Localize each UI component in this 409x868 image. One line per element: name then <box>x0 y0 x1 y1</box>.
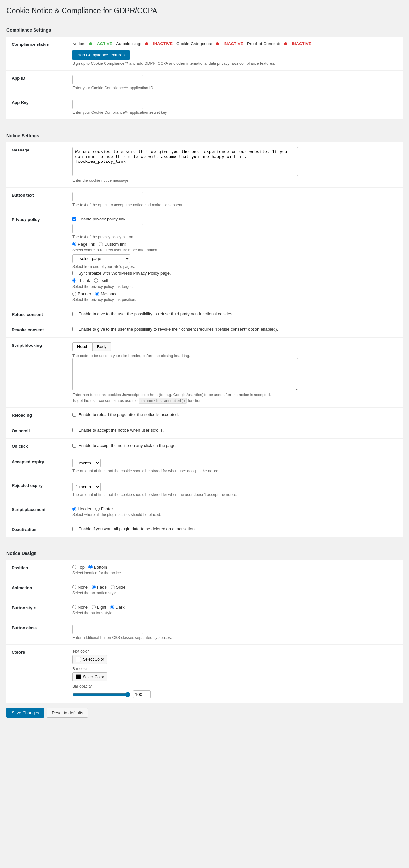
page-select[interactable]: -- select page -- Home About Privacy Pol… <box>72 254 130 263</box>
dot-red-cookie-categories <box>216 42 219 45</box>
reloading-cell: Enable to reload the page after the noti… <box>71 408 403 423</box>
bar-opacity-group: Bar opacity <box>72 684 399 699</box>
on-click-cell: Enable to accept the notice on any click… <box>71 439 403 454</box>
button-style-light-option[interactable]: Light <box>92 604 106 610</box>
target-blank-option[interactable]: _blank <box>72 278 90 283</box>
animation-slide-option[interactable]: Slide <box>111 585 125 590</box>
button-text-cell: Ok The text of the option to accept the … <box>71 188 403 212</box>
revoke-consent-checkbox-label[interactable]: Enable to give to the user the possibili… <box>72 327 399 332</box>
button-class-input[interactable] <box>72 625 143 634</box>
top-position-radio[interactable] <box>72 565 77 569</box>
text-color-group: Text color Select Color <box>72 649 399 664</box>
rejected-expiry-select[interactable]: 1 month 3 months 6 months 1 year Never <box>72 483 100 491</box>
button-class-cell: Enter additional button CSS classes sepa… <box>71 620 403 645</box>
on-scroll-checkbox-label[interactable]: Enable to accept the notice when user sc… <box>72 428 399 433</box>
button-style-dark-option[interactable]: Dark <box>110 604 124 610</box>
bar-opacity-number[interactable] <box>133 690 151 699</box>
tab-body-button[interactable]: Body <box>92 342 112 351</box>
target-self-radio[interactable] <box>94 278 98 283</box>
cookie-categories-value: INACTIVE <box>224 41 243 46</box>
reset-defaults-button[interactable]: Reset to defaults <box>47 708 88 718</box>
custom-link-option[interactable]: Custom link <box>99 242 126 247</box>
privacy-policy-cell: Enable privacy policy link. Privacy poli… <box>71 212 403 307</box>
privacy-policy-text-input[interactable]: Privacy policy <box>72 224 143 234</box>
bar-opacity-label: Bar opacity <box>72 684 399 688</box>
page-link-option[interactable]: Page link <box>72 242 95 247</box>
target-blank-radio[interactable] <box>72 278 77 283</box>
script-blocking-textarea[interactable] <box>72 358 298 390</box>
deactivation-checkbox-label[interactable]: Enable if you want all plugin data to be… <box>72 526 399 531</box>
target-blank-label: _blank <box>78 278 90 283</box>
on-click-label: On click <box>6 439 71 454</box>
script-blocking-cell: Head Body The code to be used in your si… <box>71 338 403 408</box>
app-key-input[interactable] <box>72 100 143 109</box>
target-self-option[interactable]: _self <box>94 278 108 283</box>
privacy-policy-text-group: Privacy policy The text of the privacy p… <box>72 224 399 239</box>
app-id-cell: Enter your Cookie Compliance™ applicatio… <box>71 70 403 95</box>
reloading-checkbox-label[interactable]: Enable to reload the page after the noti… <box>72 412 399 417</box>
script-note3-text: function. <box>188 398 203 403</box>
revoke-consent-checkbox[interactable] <box>72 327 77 331</box>
animation-fade-option[interactable]: Fade <box>92 585 107 590</box>
text-color-swatch <box>76 657 81 662</box>
on-click-checkbox-label[interactable]: Enable to accept the notice on any click… <box>72 443 399 448</box>
refuse-consent-checkbox-label[interactable]: Enable to give to the user the possibili… <box>72 311 399 316</box>
add-compliance-button[interactable]: Add Compliance features <box>72 50 130 60</box>
colors-cell: Text color Select Color Bar color Select… <box>71 645 403 703</box>
message-textarea[interactable]: We use cookies to ensure that we give yo… <box>72 147 298 176</box>
button-style-dark-radio[interactable] <box>110 605 114 609</box>
custom-link-radio[interactable] <box>99 242 103 246</box>
button-style-label: Button style <box>6 600 71 620</box>
animation-fade-radio[interactable] <box>92 585 96 589</box>
privacy-policy-enable-label[interactable]: Enable privacy policy link. <box>72 217 399 221</box>
button-style-none-radio[interactable] <box>72 605 77 609</box>
app-key-label: App Key <box>6 95 71 120</box>
script-note2: To get the user consent status use the c… <box>72 398 399 403</box>
on-scroll-checkbox[interactable] <box>72 428 77 432</box>
text-color-button[interactable]: Select Color <box>72 655 108 664</box>
target-description: Select the privacy policy link target. <box>72 284 399 289</box>
top-position-option[interactable]: Top <box>72 565 85 569</box>
button-style-none-option[interactable]: None <box>72 604 88 610</box>
privacy-policy-enable-checkbox[interactable] <box>72 217 77 221</box>
page-select-description: Select from one of your site's pages. <box>72 264 399 269</box>
bar-color-group: Bar color Select Color <box>72 666 399 681</box>
accepted-expiry-select[interactable]: 1 month 3 months 6 months 1 year Never <box>72 459 100 467</box>
app-key-row: App Key Enter your Cookie Compliance™ ap… <box>6 95 403 120</box>
app-id-input[interactable] <box>72 75 143 85</box>
header-placement-option[interactable]: Header <box>72 506 92 511</box>
position-message-option[interactable]: Message <box>95 291 118 296</box>
position-cell: Top Bottom Select location for the notic… <box>71 560 403 580</box>
save-changes-button[interactable]: Save Changes <box>6 708 44 718</box>
reloading-checkbox[interactable] <box>72 412 77 417</box>
animation-none-radio[interactable] <box>72 585 77 589</box>
position-description: Select the privacy policy link position. <box>72 298 399 302</box>
animation-slide-radio[interactable] <box>111 585 115 589</box>
position-banner-radio[interactable] <box>72 292 77 296</box>
refuse-consent-checkbox[interactable] <box>72 312 77 316</box>
sync-wp-checkbox[interactable] <box>72 271 77 275</box>
page-link-radio[interactable] <box>72 242 77 246</box>
button-style-light-radio[interactable] <box>92 605 96 609</box>
tab-head-button[interactable]: Head <box>72 342 92 351</box>
header-placement-radio[interactable] <box>72 507 77 511</box>
bottom-position-option[interactable]: Bottom <box>88 565 107 569</box>
position-message-radio[interactable] <box>95 292 99 296</box>
deactivation-checkbox[interactable] <box>72 527 77 531</box>
script-blocking-label: Script blocking <box>6 338 71 408</box>
on-click-checkbox[interactable] <box>72 443 77 448</box>
link-type-description: Select where to redirect user for more i… <box>72 248 399 252</box>
bar-opacity-slider[interactable] <box>72 692 130 697</box>
bar-color-button[interactable]: Select Color <box>72 672 108 681</box>
footer-placement-radio[interactable] <box>95 507 100 511</box>
sync-wp-label[interactable]: Synchronize with WordPress Privacy Polic… <box>72 271 399 276</box>
animation-cell: None Fade Slide Select the animation sty… <box>71 580 403 600</box>
animation-none-option[interactable]: None <box>72 585 88 590</box>
position-banner-option[interactable]: Banner <box>72 291 91 296</box>
sync-wp-group: Synchronize with WordPress Privacy Polic… <box>72 271 399 276</box>
button-style-row: Button style None Light Dark <box>6 600 403 620</box>
bottom-position-radio[interactable] <box>88 565 93 569</box>
reloading-label: Reloading <box>6 408 71 423</box>
button-text-input[interactable]: Ok <box>72 192 143 202</box>
footer-placement-option[interactable]: Footer <box>95 506 113 511</box>
